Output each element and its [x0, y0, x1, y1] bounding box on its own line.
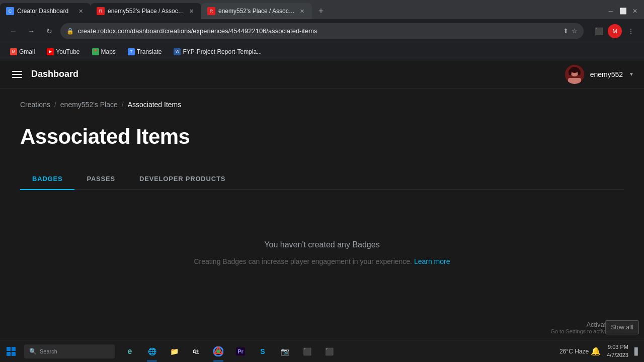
tab-badges[interactable]: BADGES [20, 169, 74, 190]
bookmarks-bar: M Gmail ▶ YouTube 📍 Maps T Translate W F… [0, 43, 644, 60]
empty-state-description: Creating Badges can increase player enga… [30, 257, 614, 265]
breadcrumb-current: Associated Items [128, 101, 182, 109]
tab-title-1: Creator Dashboard [17, 8, 73, 15]
bookmark-maps-label: Maps [101, 48, 116, 55]
lock-icon: 🔒 [66, 28, 74, 35]
taskbar-search[interactable]: 🔍 Search [24, 344, 115, 358]
empty-desc-text: Creating Badges can increase player enga… [194, 257, 413, 265]
bookmark-youtube[interactable]: ▶ YouTube [43, 46, 84, 58]
search-placeholder: Search [40, 348, 57, 354]
bookmark-translate[interactable]: T Translate [124, 46, 166, 58]
extensions-button[interactable]: ⬛ [592, 24, 606, 38]
tab-close-2[interactable]: ✕ [187, 7, 195, 15]
youtube-favicon: ▶ [47, 48, 54, 55]
tab-close-3[interactable]: ✕ [298, 7, 306, 15]
navbar-title: Dashboard [31, 69, 78, 79]
translate-favicon: T [128, 48, 135, 55]
taskbar-app-chrome[interactable] [207, 340, 229, 363]
taskbar-apps: e 🌐 📁 🛍 Pr S 📷 ⬛ [119, 340, 340, 363]
windows-logo-icon [7, 347, 16, 356]
page-title: Associated Items [20, 125, 624, 149]
hamburger-menu[interactable] [10, 69, 24, 80]
tab-favicon-2: R [97, 7, 105, 15]
navbar-right: enemy552 ▼ [565, 65, 634, 84]
bookmark-translate-label: Translate [137, 48, 162, 55]
clock-time: 9:03 PM [607, 343, 628, 351]
tab-title-2: enemy552's Place / Associated Items [108, 8, 184, 15]
address-bar: ← → ↻ 🔒 create.roblox.com/dashboard/crea… [0, 19, 644, 43]
share-icon[interactable]: ⬆ [563, 27, 569, 35]
word-favicon: W [174, 48, 181, 55]
taskbar-app-store[interactable]: 🛍 [185, 340, 207, 363]
bookmark-icon[interactable]: ☆ [572, 27, 578, 35]
tab-close-1[interactable]: ✕ [76, 7, 85, 15]
username-label: enemy552 [590, 70, 623, 78]
content-area: Creations / enemy552's Place / Associate… [0, 88, 644, 298]
taskbar-right: 26°C Haze 🔔 9:03 PM 4/7/2023 ▋ [559, 343, 644, 359]
new-tab-button[interactable]: + [314, 4, 328, 18]
taskbar-app-7[interactable]: ⬛ [296, 340, 318, 363]
taskbar-app-edge[interactable]: 🌐 [141, 340, 163, 363]
address-actions: ⬛ M ⋮ [592, 24, 638, 38]
browser-tab-3[interactable]: R enemy552's Place / Associated Items ✕ [201, 3, 312, 19]
taskbar-app-skype[interactable]: S [252, 340, 274, 363]
browser-tab-1[interactable]: C Creator Dashboard ✕ [0, 3, 91, 19]
reload-button[interactable]: ↻ [42, 24, 56, 38]
notification-icon[interactable]: 🔔 [591, 346, 601, 356]
start-button[interactable] [0, 340, 22, 363]
forward-button[interactable]: → [24, 24, 38, 38]
navbar: Dashboard enemy552 ▼ [0, 60, 644, 88]
maximize-button[interactable]: ⬜ [618, 6, 628, 16]
tab-passes[interactable]: PASSES [74, 169, 127, 190]
avatar [565, 65, 584, 84]
breadcrumb: Creations / enemy552's Place / Associate… [20, 101, 624, 109]
breadcrumb-place[interactable]: enemy552's Place [60, 101, 118, 109]
tab-developer-products[interactable]: DEVELOPER PRODUCTS [127, 169, 237, 190]
tab-favicon-3: R [207, 7, 215, 15]
tabs-container: BADGES PASSES DEVELOPER PRODUCTS [20, 169, 624, 190]
dropdown-arrow-icon[interactable]: ▼ [629, 71, 634, 77]
bookmark-maps[interactable]: 📍 Maps [88, 46, 120, 58]
browser-tab-2[interactable]: R enemy552's Place / Associated Items ✕ [91, 3, 201, 19]
bookmark-gmail[interactable]: M Gmail [6, 46, 39, 58]
bookmark-youtube-label: YouTube [56, 48, 79, 55]
back-button[interactable]: ← [6, 24, 20, 38]
tab-title-3: enemy552's Place / Associated Items [218, 8, 295, 15]
menu-button[interactable]: ⋮ [624, 24, 638, 38]
taskbar-app-premiere[interactable]: Pr [229, 340, 252, 363]
tab-favicon-1: C [6, 7, 14, 15]
tab-bar: C Creator Dashboard ✕ R enemy552's Place… [0, 0, 644, 19]
empty-state: You haven't created any Badges Creating … [20, 210, 624, 286]
minimize-button[interactable]: ─ [606, 6, 616, 16]
bookmark-gmail-label: Gmail [19, 48, 35, 55]
url-bar-actions: ⬆ ☆ [563, 27, 578, 35]
search-icon: 🔍 [29, 348, 37, 355]
taskbar: 🔍 Search e 🌐 📁 🛍 Pr S 📷 [0, 340, 644, 362]
app: Dashboard enemy552 ▼ Creations [0, 60, 644, 298]
taskbar-app-browser[interactable]: e [119, 340, 141, 363]
learn-more-link[interactable]: Learn more [414, 257, 450, 265]
svg-point-6 [578, 69, 581, 75]
empty-state-title: You haven't created any Badges [30, 240, 614, 249]
profile-button[interactable]: M [608, 24, 622, 38]
url-text: create.roblox.com/dashboard/creations/ex… [78, 27, 559, 35]
svg-point-5 [569, 69, 572, 75]
url-bar[interactable]: 🔒 create.roblox.com/dashboard/creations/… [60, 23, 584, 39]
taskbar-app-photos[interactable]: 📷 [274, 340, 296, 363]
close-window-button[interactable]: ✕ [630, 6, 640, 16]
clock-date: 4/7/2023 [607, 351, 628, 359]
bookmark-word[interactable]: W FYP-Project Report-Templa... [170, 46, 266, 58]
show-desktop-button[interactable]: ▋ [634, 347, 640, 355]
taskbar-app-8[interactable]: ⬛ [318, 340, 340, 363]
browser-frame: C Creator Dashboard ✕ R enemy552's Place… [0, 0, 644, 60]
gmail-favicon: M [10, 48, 17, 55]
breadcrumb-sep-1: / [54, 101, 56, 109]
stow-all-button[interactable]: Stow alll [605, 320, 639, 334]
taskbar-clock[interactable]: 9:03 PM 4/7/2023 [603, 343, 632, 359]
breadcrumb-sep-2: / [122, 101, 124, 109]
tab-bar-controls: ─ ⬜ ✕ [606, 6, 644, 16]
breadcrumb-creations[interactable]: Creations [20, 101, 50, 109]
taskbar-weather: 26°C Haze [559, 348, 589, 355]
taskbar-app-explorer[interactable]: 📁 [163, 340, 185, 363]
maps-favicon: 📍 [92, 48, 99, 55]
